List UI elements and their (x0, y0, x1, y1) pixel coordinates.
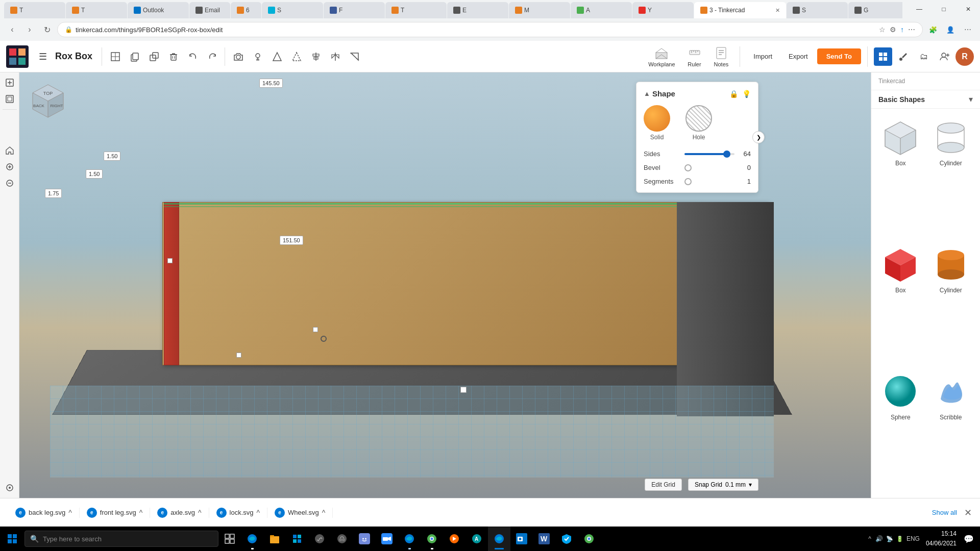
bulb-button[interactable] (249, 47, 267, 66)
task-view-button[interactable] (218, 527, 241, 551)
browser-tab-2[interactable]: T (66, 2, 127, 18)
panel-expand-arrow[interactable]: ❯ (752, 131, 765, 143)
start-button[interactable] (0, 527, 24, 551)
bevel-circle[interactable] (684, 164, 692, 171)
back-button[interactable]: ‹ (5, 22, 19, 37)
export-button[interactable]: Export (781, 51, 815, 62)
taskbar-store[interactable] (286, 527, 308, 551)
taskbar-steam[interactable] (308, 527, 331, 551)
browser-tab-6[interactable]: 6 (231, 2, 261, 18)
taskbar-word[interactable]: W (533, 527, 555, 551)
tray-icon-3[interactable]: 🔋 (895, 535, 904, 543)
browser-tab-t2[interactable]: T (385, 2, 447, 18)
minimize-button[interactable]: — (908, 0, 931, 18)
browser-tab-g1[interactable]: G (848, 2, 902, 18)
notes-button[interactable]: Notes (709, 43, 734, 69)
solid-hole-button[interactable] (287, 47, 306, 66)
user-avatar[interactable]: R (955, 47, 974, 66)
import-button[interactable]: Import (746, 51, 779, 62)
taskbar-chrome2[interactable] (578, 527, 600, 551)
panel-collapse-icon[interactable]: ▲ (644, 90, 650, 97)
shape-item-box-solid[interactable]: Box (876, 241, 925, 366)
browser-tab-email[interactable]: Email (189, 2, 230, 18)
taskbar-discord[interactable] (353, 527, 376, 551)
left-tool-2[interactable] (3, 92, 17, 106)
show-all-button[interactable]: Show all (932, 509, 957, 516)
shape-tools-button[interactable] (268, 47, 286, 66)
app-menu-button[interactable]: ☰ (34, 47, 52, 66)
shape-item-scribble[interactable]: Scribble (927, 368, 975, 493)
browser-tab-outlook[interactable]: Outlook (128, 2, 189, 18)
taskbar-explorer[interactable] (263, 527, 286, 551)
duplicate-button[interactable] (145, 47, 163, 66)
download-bar-close[interactable]: ✕ (964, 507, 972, 518)
browser-tab-f[interactable]: F (324, 2, 385, 18)
tray-icon-1[interactable]: 🔊 (874, 534, 884, 543)
selection-handle-3[interactable] (313, 327, 318, 332)
rotate-handle[interactable] (321, 336, 327, 342)
mirror-button[interactable] (326, 47, 345, 66)
taskbar-edge[interactable] (241, 527, 263, 551)
browser-tab-active[interactable]: 3 - Tinkercad ✕ (694, 2, 786, 18)
bar-more-icon[interactable]: ⋯ (908, 26, 915, 34)
taskbar-arduino[interactable]: A (465, 527, 488, 551)
taskbar-radio[interactable] (331, 527, 353, 551)
tray-chevron[interactable]: ^ (866, 534, 873, 543)
shape-item-cylinder-solid[interactable]: Cylinder (927, 241, 975, 366)
camera-button[interactable] (229, 47, 248, 66)
selection-handle-1[interactable] (167, 258, 173, 263)
taskbar-defender[interactable] (555, 527, 578, 551)
zoom-in-btn[interactable] (3, 160, 17, 174)
paste-button[interactable] (126, 47, 144, 66)
taskbar-edge2[interactable] (398, 527, 421, 551)
taskbar-zoom[interactable] (376, 527, 398, 551)
browser-menu-btn[interactable]: ⋯ (961, 22, 975, 37)
refresh-button[interactable]: ↻ (40, 22, 54, 37)
address-bar[interactable]: 🔒 tinkercad.com/things/9FBOR1eSGpR-rox-b… (57, 22, 923, 37)
zoom-out-btn[interactable] (3, 176, 17, 190)
browser-tab-e[interactable]: E (447, 2, 508, 18)
extensions-bar-icon[interactable]: ⚙ (890, 26, 896, 34)
extensions-btn[interactable]: 🧩 (926, 22, 940, 37)
community-button[interactable]: 🗂 (915, 47, 933, 66)
hole-option[interactable]: Hole (685, 105, 712, 141)
create-workplane-button[interactable] (106, 47, 125, 66)
zoom-home-btn[interactable] (3, 143, 17, 158)
left-tool-1[interactable] (3, 76, 17, 90)
shape-item-sphere[interactable]: Sphere (876, 368, 925, 493)
add-user-button[interactable] (935, 47, 953, 66)
snap-grid-control[interactable]: Snap Grid 0.1 mm ▾ (688, 479, 758, 491)
browser-tab-s2[interactable]: S (787, 2, 848, 18)
edit-grid-button[interactable]: Edit Grid (645, 479, 682, 491)
lock-icon[interactable]: 🔒 (729, 90, 738, 98)
delete-button[interactable] (164, 47, 183, 66)
grid-view-icon[interactable] (874, 47, 892, 66)
view-cube[interactable]: TOP BACK RIGHT (28, 81, 68, 121)
shape-item-box-wire[interactable]: Box (876, 114, 925, 239)
profile-sync-icon[interactable]: ↑ (900, 26, 904, 34)
solid-option[interactable]: Solid (644, 105, 670, 141)
tab-close-icon[interactable]: ✕ (775, 7, 780, 14)
selection-handle-4[interactable] (460, 387, 467, 393)
workplane-button[interactable]: Workplane (643, 43, 680, 69)
tinkercad-logo[interactable] (6, 45, 29, 68)
send-to-button[interactable]: Send To (817, 48, 861, 64)
browser-tab-a[interactable]: A (571, 2, 632, 18)
dl-arrow-1[interactable]: ^ (68, 509, 72, 517)
tools-button[interactable] (894, 47, 913, 66)
bookmark-icon[interactable]: ☆ (879, 26, 886, 34)
shape-item-cylinder-wire[interactable]: Cylinder (927, 114, 975, 239)
dl-arrow-5[interactable]: ^ (322, 509, 326, 517)
close-button[interactable]: ✕ (957, 0, 980, 18)
flip-button[interactable] (346, 47, 364, 66)
segments-circle[interactable] (684, 178, 692, 185)
profile-btn[interactable]: 👤 (943, 22, 958, 37)
taskbar-chrome[interactable] (421, 527, 443, 551)
undo-button[interactable] (184, 47, 202, 66)
dl-arrow-3[interactable]: ^ (198, 509, 202, 517)
3d-viewport[interactable]: TOP BACK RIGHT (19, 72, 871, 498)
tray-ime[interactable]: ENG (905, 534, 921, 543)
selection-handle-2[interactable] (236, 353, 241, 358)
browser-tab-y[interactable]: Y (632, 2, 694, 18)
tray-icon-2[interactable]: 📡 (885, 535, 894, 543)
